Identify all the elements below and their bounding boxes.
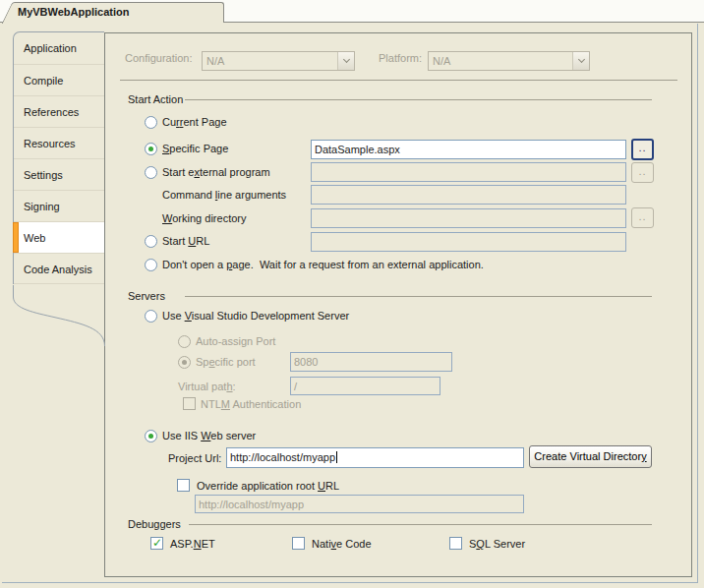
create-virtual-directory-button[interactable]: Create Virtual Directory xyxy=(529,445,652,468)
browse-external-program-button: .. xyxy=(631,162,654,183)
start-url-input xyxy=(311,232,626,252)
radio-specific-port-label: Specific port xyxy=(196,356,256,368)
override-root-url-label[interactable]: Override application root URL xyxy=(197,480,339,492)
working-directory-input xyxy=(311,208,626,228)
specific-port-input: 8080 xyxy=(290,352,452,372)
header-separator xyxy=(120,80,677,81)
radio-specific-page-label[interactable]: Specific Page xyxy=(162,143,228,154)
radio-start-url[interactable] xyxy=(145,235,157,248)
ntlm-authentication-checkbox xyxy=(183,397,196,410)
radio-specific-page[interactable] xyxy=(145,143,157,155)
radio-use-dev-server-label[interactable]: Use Visual Studio Development Server xyxy=(162,310,349,322)
chevron-down-icon xyxy=(337,52,354,70)
sidebar-item-compile[interactable]: Compile xyxy=(14,64,104,95)
command-line-arguments-label: Command line arguments xyxy=(162,189,286,201)
specific-page-input[interactable]: DataSample.aspx xyxy=(311,140,626,159)
aspnet-debugger-checkbox[interactable] xyxy=(150,537,163,550)
property-pages-sidebar: Application Compile References Resources… xyxy=(13,31,104,284)
start-action-group-line xyxy=(185,99,652,100)
ntlm-authentication-label: NTLM Authentication xyxy=(201,398,301,410)
sql-server-debugger-checkbox[interactable] xyxy=(449,537,462,550)
radio-use-dev-server[interactable] xyxy=(145,310,157,323)
document-tab-myvbwebapplication[interactable]: MyVBWebApplication xyxy=(16,2,224,23)
start-action-group-title: Start Action xyxy=(128,93,183,105)
sidebar-item-settings[interactable]: Settings xyxy=(14,158,104,190)
sidebar-item-code-analysis[interactable]: Code Analysis xyxy=(14,253,104,284)
radio-start-external-program-label[interactable]: Start external program xyxy=(162,166,270,178)
sql-server-debugger-label[interactable]: SQL Server xyxy=(469,538,525,550)
sidebar-swoosh-curve xyxy=(13,285,105,346)
virtual-path-label: Virtual path: xyxy=(178,381,236,392)
start-external-program-input xyxy=(311,162,626,182)
project-url-input[interactable]: http://localhost/myapp xyxy=(226,447,524,468)
command-line-arguments-input xyxy=(311,185,626,205)
radio-auto-assign-port xyxy=(178,335,191,348)
radio-use-iis-web-server-label[interactable]: Use IIS Web server xyxy=(162,430,256,441)
radio-current-page-label[interactable]: Current Page xyxy=(162,116,227,128)
aspnet-debugger-label[interactable]: ASP.NET xyxy=(170,538,215,550)
sidebar-item-resources[interactable]: Resources xyxy=(14,127,104,158)
project-properties-page: MyVBWebApplication Application Compile R… xyxy=(0,0,704,588)
document-bottom-edge xyxy=(2,582,698,583)
virtual-path-input: / xyxy=(290,377,440,395)
native-code-debugger-checkbox[interactable] xyxy=(292,537,305,550)
platform-dropdown[interactable]: N/A xyxy=(428,51,590,71)
browse-working-directory-button: .. xyxy=(631,207,654,228)
sidebar-item-references[interactable]: References xyxy=(14,95,104,127)
radio-specific-port xyxy=(178,356,191,369)
radio-dont-open-page-label[interactable]: Don't open a page. Wait for a request fr… xyxy=(162,259,484,270)
platform-label: Platform: xyxy=(379,52,422,64)
document-right-edge xyxy=(697,24,698,582)
text-caret xyxy=(336,451,337,463)
debuggers-group-line xyxy=(189,524,652,525)
override-root-url-input: http://localhost/myapp xyxy=(195,495,524,513)
radio-start-url-label[interactable]: Start URL xyxy=(162,235,209,247)
configuration-dropdown[interactable]: N/A xyxy=(202,51,355,71)
browse-specific-page-button[interactable]: .. xyxy=(631,139,654,160)
document-tab-strip: MyVBWebApplication xyxy=(0,0,704,23)
document-tab-label: MyVBWebApplication xyxy=(18,6,129,18)
configuration-label: Configuration: xyxy=(125,52,193,64)
override-root-url-checkbox[interactable] xyxy=(177,479,190,492)
radio-start-external-program[interactable] xyxy=(145,166,157,179)
radio-auto-assign-port-label: Auto-assign Port xyxy=(196,335,275,347)
servers-group-title: Servers xyxy=(128,290,165,302)
radio-dont-open-page[interactable] xyxy=(145,259,157,271)
debuggers-group-title: Debuggers xyxy=(128,518,181,530)
sidebar-item-application[interactable]: Application xyxy=(14,32,104,64)
native-code-debugger-label[interactable]: Native Code xyxy=(312,538,372,550)
working-directory-label: Working directory xyxy=(162,212,246,224)
sidebar-item-web[interactable]: Web xyxy=(14,221,104,253)
servers-group-line xyxy=(185,296,652,297)
chevron-down-icon xyxy=(572,52,589,70)
sidebar-item-signing[interactable]: Signing xyxy=(14,190,104,221)
radio-current-page[interactable] xyxy=(145,116,157,129)
project-url-label: Project Url: xyxy=(168,452,221,464)
radio-use-iis-web-server[interactable] xyxy=(145,430,157,442)
